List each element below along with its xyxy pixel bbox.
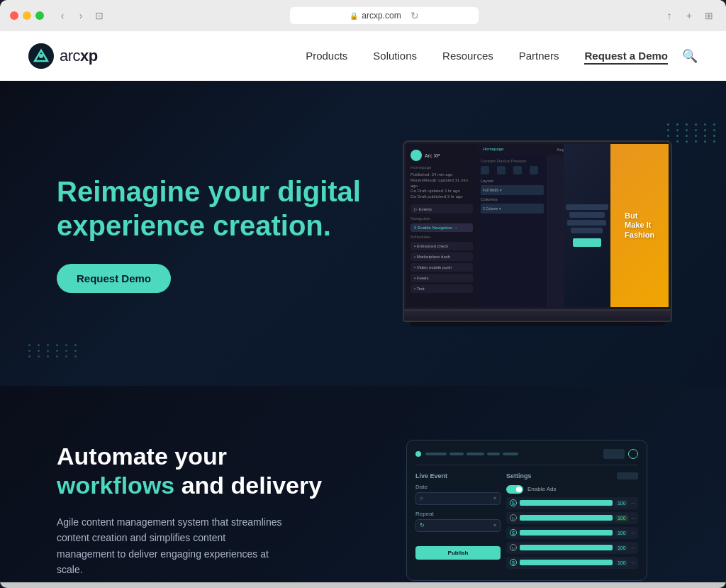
nav-links: Products Solutions Resources Partners Re… (306, 50, 668, 62)
laptop-main: Homepage Segments ▾ (477, 144, 669, 307)
live-event-title: Live Event (415, 472, 501, 479)
dash-right-panel: Settings Enable Ads $ (506, 472, 638, 572)
dots-2: ··· (631, 514, 635, 522)
dropdown-arrow-date: ▾ (493, 495, 496, 501)
nav-link-partners[interactable]: Partners (519, 50, 559, 62)
dashboard-row-1: $ 100 ··· (506, 497, 638, 509)
nav-item-partners[interactable]: Partners (519, 50, 559, 62)
dropdown-arrow-repeat: ▾ (493, 522, 496, 528)
nav-link-products[interactable]: Products (306, 50, 347, 62)
forward-button[interactable]: › (74, 9, 88, 23)
traffic-lights (10, 11, 44, 20)
dash-line-1 (425, 453, 447, 455)
nav-item-solutions[interactable]: Solutions (373, 50, 417, 62)
enable-ads-label: Enable Ads (527, 486, 556, 492)
badge-3: 100 (615, 530, 628, 536)
laptop-sidebar-header: Arc XP (411, 150, 473, 161)
date-input[interactable]: ○ ▾ (415, 492, 501, 505)
logo[interactable]: arcxp (28, 43, 98, 69)
request-demo-button[interactable]: Request Demo (57, 264, 171, 293)
sidebar-item-3: • Enhanced check (411, 242, 473, 250)
sidebar-item-1: ▷ Events (411, 204, 473, 213)
settings-title: Settings (506, 472, 532, 479)
bar-3 (520, 530, 613, 536)
dash-lines (425, 453, 599, 455)
dashboard-row-3: $ 100 ··· (506, 527, 638, 539)
dashboard-row-2: ▷ 100 ··· (506, 512, 638, 524)
enable-ads-toggle[interactable] (506, 485, 523, 494)
automate-left: Automate your workflows and delivery Agi… (57, 442, 342, 577)
repeat-field: Repeat ↻ ▾ (415, 511, 501, 532)
publish-button[interactable]: Publish (415, 546, 501, 560)
dash-left-panel: Live Event Date ○ ▾ Repeat (415, 472, 501, 572)
tabs-icon[interactable]: ⊞ (702, 9, 716, 23)
window-button[interactable]: ⊡ (92, 9, 106, 23)
nav-link-resources[interactable]: Resources (442, 50, 493, 62)
close-button[interactable] (10, 11, 18, 20)
nav-link-request-demo[interactable]: Request a Demo (584, 50, 668, 65)
lock-icon: 🔒 (350, 12, 358, 20)
dashboard-row-4: ▷ 100 ··· (506, 542, 638, 554)
dashboard-mockup: Live Event Date ○ ▾ Repeat (406, 440, 647, 581)
browser-window: ‹ › ⊡ 🔒 arcxp.com ↻ ↑ + ⊞ (0, 0, 726, 588)
dash-line-2 (449, 453, 464, 455)
dash-circle (628, 449, 638, 459)
bar-1 (520, 500, 613, 506)
date-field: Date ○ ▾ (415, 484, 501, 505)
laptop-base (403, 311, 672, 322)
dash-line-5 (503, 453, 518, 455)
nav-item-products[interactable]: Products (306, 50, 347, 62)
date-label: Date (415, 484, 501, 490)
badge-1: 100 (615, 500, 628, 506)
dollar-icon-2: $ (510, 529, 517, 536)
url-text: arcxp.com (362, 11, 401, 21)
badge-2: 100 (615, 515, 628, 521)
bar-4 (520, 545, 613, 550)
dashboard-topbar (415, 449, 638, 465)
fashion-panel: But Make It Fashion (564, 144, 669, 307)
browser-titlebar: ‹ › ⊡ 🔒 arcxp.com ↻ ↑ + ⊞ (0, 0, 726, 31)
dash-buttons (603, 449, 638, 459)
clock-icon: ○ (420, 495, 423, 501)
refresh-icon[interactable]: ↻ (411, 10, 419, 21)
share-icon[interactable]: ↑ (662, 9, 676, 23)
nav-item-request-demo[interactable]: Request a Demo (584, 50, 668, 62)
laptop-sidebar: Arc XP Homepage Published: 24 min ago Re… (406, 144, 477, 307)
repeat-label: Repeat (415, 511, 501, 517)
hero-left: Reimagine your digital experience creati… (57, 174, 377, 293)
dashboard-content: Live Event Date ○ ▾ Repeat (415, 472, 638, 572)
repeat-input[interactable]: ↻ ▾ (415, 519, 501, 532)
enable-ads-row: Enable Ads (506, 485, 638, 494)
browser-content: arcxp Products Solutions Resources Partn… (0, 31, 726, 582)
new-tab-icon[interactable]: + (682, 9, 696, 23)
back-button[interactable]: ‹ (55, 9, 69, 23)
settings-bar (617, 472, 638, 479)
address-bar[interactable]: 🔒 arcxp.com ↻ (290, 7, 479, 24)
automate-description: Agile content management system that str… (57, 514, 284, 578)
dash-dot-teal (415, 451, 421, 457)
badge-5: 100 (615, 560, 628, 566)
sidebar-item-6: • Feeds (411, 274, 473, 282)
badge-4: 100 (615, 545, 628, 551)
dollar-icon-3: $ (510, 559, 517, 566)
site-nav: arcxp Products Solutions Resources Partn… (0, 31, 726, 81)
maximize-button[interactable] (35, 11, 44, 20)
dots-1: ··· (631, 499, 635, 507)
dots-3: ··· (631, 529, 635, 537)
laptop-mockup: Arc XP Homepage Published: 24 min ago Re… (403, 140, 672, 326)
svg-point-1 (39, 54, 43, 58)
dot-pattern-1 (667, 123, 719, 143)
laptop-foot (410, 322, 665, 326)
browser-nav: ‹ › ⊡ (55, 9, 106, 23)
search-icon[interactable]: 🔍 (682, 48, 698, 64)
logo-text: arcxp (60, 47, 98, 65)
nav-item-resources[interactable]: Resources (442, 50, 493, 62)
nav-link-solutions[interactable]: Solutions (373, 50, 417, 62)
dash-line-4 (487, 453, 500, 455)
minimize-button[interactable] (23, 11, 31, 20)
dots-4: ··· (631, 544, 635, 552)
dollar-icon-1: $ (510, 499, 517, 506)
dots-5: ··· (631, 559, 635, 567)
sidebar-item-4: • Marketplace dash (411, 253, 473, 261)
sidebar-item-2: ≡ Enable Navigation → (411, 223, 473, 232)
